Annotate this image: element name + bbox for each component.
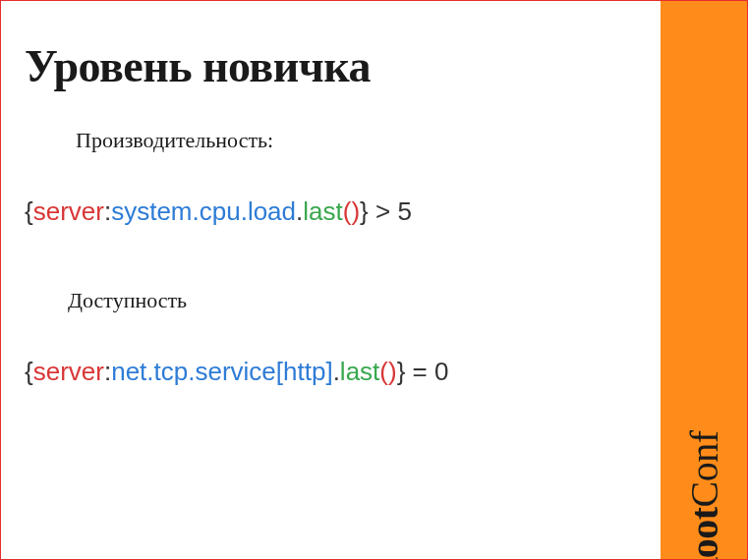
- brace-open: {: [25, 357, 33, 386]
- section1-label: Производительность:: [76, 128, 637, 153]
- slide-content: Уровень новичка Производительность: {ser…: [1, 1, 661, 559]
- func-token: last: [303, 196, 342, 226]
- section2-label: Доступность: [68, 288, 637, 313]
- brand-bold: Root: [682, 507, 726, 560]
- operator-tail: > 5: [369, 196, 412, 226]
- expression-2: {server:net.tcp.service[http].last()} = …: [25, 357, 637, 387]
- brace-close: }: [360, 196, 369, 226]
- server-token: server: [33, 196, 104, 226]
- key-token: net.tcp.service[http]: [111, 357, 332, 386]
- operator-tail: = 0: [405, 357, 448, 386]
- paren-close: ): [351, 196, 360, 226]
- slide-title: Уровень новичка: [25, 40, 637, 92]
- expression-1: {server:system.cpu.load.last()} > 5: [25, 196, 637, 227]
- brand-light: Conf: [682, 430, 726, 507]
- server-token: server: [33, 357, 104, 386]
- dot: .: [333, 357, 340, 386]
- brand-logo: RootConf: [681, 430, 727, 560]
- brand-sidebar: RootConf: [661, 1, 747, 559]
- paren-close: ): [388, 357, 397, 386]
- paren-open: (: [379, 357, 388, 386]
- func-token: last: [340, 357, 379, 386]
- brace-open: {: [25, 196, 33, 226]
- key-token: system.cpu.load: [111, 196, 296, 226]
